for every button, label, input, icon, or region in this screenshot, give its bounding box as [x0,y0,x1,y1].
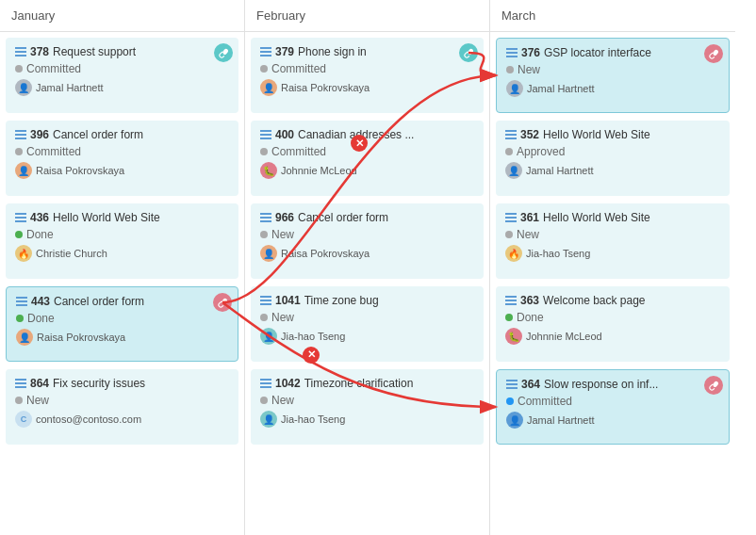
avatar-364: 👤 [506,412,523,429]
user-row-1041: 👤Jia-hao Tseng [260,328,474,345]
card-status-row-363: Done [505,311,720,324]
user-row-376: 👤Jamal Hartnett [506,80,719,97]
card-title-436: Hello World Web Site [53,211,160,224]
status-dot-443 [16,315,24,322]
card-title-363: Welcome back page [543,294,646,307]
cards-area-january: 378 Request supportCommitted👤Jamal Hartn… [0,32,244,450]
card-id-row-396: 396 Cancel order form [15,128,229,141]
card-379[interactable]: 379 Phone sign inCommitted👤Raisa Pokrovs… [251,38,484,113]
status-dot-1042 [260,397,268,404]
user-row-363: 🐛Johnnie McLeod [505,328,720,345]
status-text-396: Committed [26,145,81,158]
bars-icon-1041 [260,296,271,305]
user-row-436: 🔥Christie Church [15,245,229,262]
user-row-1042: 👤Jia-hao Tseng [260,411,474,428]
user-name-864: contoso@contoso.com [36,413,141,425]
card-id-number-443: 443 [31,295,50,308]
link-icon-376[interactable] [704,44,723,63]
column-february: February379 Phone sign inCommitted👤Raisa… [245,0,490,535]
bars-icon-396 [15,130,26,139]
card-status-row-376: New [506,63,719,76]
card-352[interactable]: 352 Hello World Web SiteApproved👤Jamal H… [496,121,730,196]
status-dot-378 [15,65,23,73]
card-title-376: GSP locator interface [544,46,651,59]
card-title-361: Hello World Web Site [543,211,650,224]
card-id-number-378: 378 [30,45,49,58]
bars-icon-352 [505,130,517,139]
user-name-396: Raisa Pokrovskaya [36,165,124,176]
card-396[interactable]: 396 Cancel order formCommitted👤Raisa Pok… [6,121,238,196]
card-1041[interactable]: 1041 Time zone bugNew👤Jia-hao Tseng [251,286,484,362]
link-icon-379[interactable] [459,43,478,62]
card-id-row-443: 443 Cancel order form [16,295,228,308]
user-row-396: 👤Raisa Pokrovskaya [15,162,229,179]
user-name-1042: Jia-hao Tseng [281,413,345,425]
user-name-443: Raisa Pokrovskaya [37,332,125,343]
card-364[interactable]: 364 Slow response on inf...Committed👤Jam… [496,369,730,445]
link-icon-443[interactable] [213,293,232,312]
card-id-number-396: 396 [30,128,49,141]
card-status-row-966: New [260,228,474,241]
card-363[interactable]: 363 Welcome back pageDone🐛Johnnie McLeod [496,286,730,362]
card-title-966: Cancel order form [298,211,388,224]
card-id-number-379: 379 [275,45,294,58]
card-status-row-436: Done [15,228,229,241]
status-text-352: Approved [517,145,565,158]
card-status-row-396: Committed [15,145,229,158]
user-name-361: Jia-hao Tseng [526,248,590,259]
status-text-1042: New [271,394,294,407]
avatar-443: 👤 [16,329,33,346]
card-title-864: Fix security issues [53,377,145,390]
user-name-966: Raisa Pokrovskaya [281,248,370,259]
link-icon-364[interactable] [704,376,723,395]
avatar-363: 🐛 [505,328,522,345]
card-400[interactable]: 400 Canadian addresses ...Committed🐛John… [251,121,484,196]
card-1042[interactable]: 1042 Timezone clarificationNew👤Jia-hao T… [251,369,484,445]
status-dot-364 [506,397,514,405]
card-title-379: Phone sign in [298,45,367,58]
card-id-number-864: 864 [30,377,49,390]
status-text-443: Done [27,312,55,325]
user-name-379: Raisa Pokrovskaya [281,82,370,93]
card-id-row-864: 864 Fix security issues [15,377,229,390]
status-dot-352 [505,148,513,155]
card-title-443: Cancel order form [54,295,144,308]
bars-icon-400 [260,130,271,139]
status-text-864: New [26,394,49,407]
card-title-1041: Time zone bug [304,294,379,307]
avatar-361: 🔥 [505,245,522,262]
cards-area-march: 376 GSP locator interfaceNew👤Jamal Hartn… [490,32,735,450]
card-title-1042: Timezone clarification [304,377,414,390]
user-row-361: 🔥Jia-hao Tseng [505,245,720,262]
card-id-row-364: 364 Slow response on inf... [506,378,719,391]
card-id-number-363: 363 [520,294,539,307]
avatar-864: C [15,411,32,428]
card-443[interactable]: 443 Cancel order formDone👤Raisa Pokrovsk… [6,286,238,362]
user-name-400: Johnnie McLeod [281,165,357,176]
link-icon-378[interactable] [214,43,233,62]
card-status-row-443: Done [16,312,228,325]
avatar-966: 👤 [260,245,277,262]
card-376[interactable]: 376 GSP locator interfaceNew👤Jamal Hartn… [496,38,730,113]
card-361[interactable]: 361 Hello World Web SiteNew🔥Jia-hao Tsen… [496,203,730,279]
status-text-966: New [271,228,294,241]
cards-area-february: 379 Phone sign inCommitted👤Raisa Pokrovs… [245,32,489,450]
user-row-966: 👤Raisa Pokrovskaya [260,245,474,262]
avatar-436: 🔥 [15,245,32,262]
card-966[interactable]: 966 Cancel order formNew👤Raisa Pokrovska… [251,203,484,279]
user-row-379: 👤Raisa Pokrovskaya [260,79,474,96]
card-status-row-864: New [15,394,229,407]
bars-icon-436 [15,213,26,222]
card-378[interactable]: 378 Request supportCommitted👤Jamal Hartn… [6,38,238,113]
card-id-number-400: 400 [275,128,294,141]
close-badge-2[interactable]: ✕ [303,347,320,364]
card-436[interactable]: 436 Hello World Web SiteDone🔥Christie Ch… [6,203,238,279]
card-864[interactable]: 864 Fix security issuesNewCcontoso@conto… [6,369,238,445]
card-id-row-376: 376 GSP locator interface [506,46,719,59]
column-header-january: January [0,0,244,32]
card-id-row-400: 400 Canadian addresses ... [260,128,474,141]
card-status-row-379: Committed [260,62,474,75]
card-status-row-1042: New [260,394,474,407]
user-name-436: Christie Church [36,248,107,259]
user-name-1041: Jia-hao Tseng [281,331,345,342]
